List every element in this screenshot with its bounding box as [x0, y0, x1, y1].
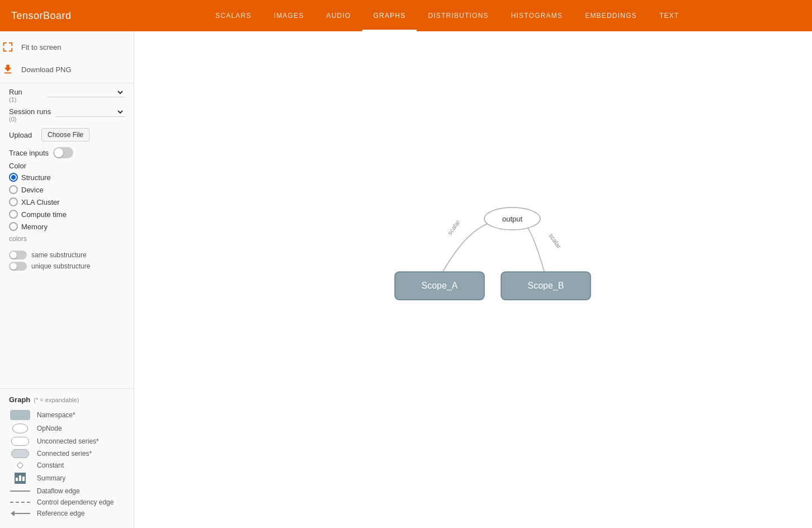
legend-item-unconnected: Unconnected series* [9, 435, 125, 447]
legend-item-dataflow: Dataflow edge [9, 485, 125, 497]
node-scope-b-label: Scope_B [528, 281, 564, 291]
same-substructure-toggle[interactable] [9, 251, 27, 260]
topnav: TensorBoard SCALARS IMAGES AUDIO GRAPHS … [0, 0, 812, 31]
run-row: Run (1) [0, 86, 134, 105]
legend-item-connected: Connected series* [9, 447, 125, 460]
legend-opnode-label: OpNode [37, 425, 62, 432]
nav-embeddings[interactable]: EMBEDDINGS [574, 0, 648, 31]
dataflow-icon [9, 491, 31, 492]
legend-connected-label: Connected series* [37, 450, 92, 458]
radio-xla-circle [9, 197, 18, 206]
nav-text[interactable]: TEXT [648, 0, 690, 31]
radio-xla-label: XLA Cluster [21, 198, 60, 206]
radio-device-label: Device [21, 186, 44, 194]
nav-scalars[interactable]: SCALARS [204, 0, 262, 31]
colors-text: colors [9, 235, 27, 243]
legend-item-reference: Reference edge [9, 508, 125, 519]
radio-structure-label: Structure [21, 173, 51, 182]
upload-label: Upload [9, 131, 37, 139]
upload-row: Upload Choose File [0, 125, 134, 145]
sidebar: Fit to screen Download PNG Run (1) [0, 31, 134, 528]
color-option-device[interactable]: Device [9, 183, 125, 196]
legend-constant-label: Constant [37, 461, 64, 469]
divider-1 [0, 83, 134, 83]
run-label-block: Run (1) [9, 88, 43, 103]
legend-expandable-note: (* = expandable) [34, 397, 79, 403]
main-layout: Fit to screen Download PNG Run (1) [0, 31, 812, 528]
node-scope-a-label: Scope_A [422, 281, 458, 291]
summary-icon [9, 473, 31, 484]
radio-compute-circle [9, 210, 18, 219]
colors-label-row: colors [0, 233, 134, 245]
brand: TensorBoard [11, 10, 72, 22]
radio-structure-circle [9, 173, 18, 182]
download-png-button[interactable]: Download PNG [0, 58, 134, 81]
reference-icon [9, 511, 31, 516]
legend-namespace-label: Namespace* [37, 411, 75, 419]
opnode-icon [9, 423, 31, 433]
substructure-section: same substructure unique substructure [0, 245, 134, 276]
color-radio-group: Structure Device XLA Cluster Compute tim… [0, 171, 134, 233]
fit-to-screen-icon [0, 39, 16, 55]
radio-compute-label: Compute time [21, 210, 67, 219]
color-label: Color [9, 162, 31, 170]
session-runs-row: Session runs (0) [0, 105, 134, 125]
graph-canvas[interactable]: scalar scalar output Scope_A Scope_B [134, 31, 812, 528]
legend-unconnected-label: Unconnected series* [37, 437, 99, 445]
constant-icon [9, 463, 31, 468]
legend-header: Graph (* = expandable) [9, 395, 125, 404]
legend-section: Graph (* = expandable) Namespace* OpNode [0, 388, 134, 524]
legend-item-constant: Constant [9, 460, 125, 471]
nav-histograms[interactable]: HISTOGRAMS [500, 0, 574, 31]
unique-substructure-label: unique substructure [31, 262, 90, 270]
fit-to-screen-label: Fit to screen [21, 43, 62, 51]
legend-reference-label: Reference edge [37, 510, 84, 517]
session-runs-label-block: Session runs (0) [9, 107, 51, 122]
legend-title: Graph [9, 395, 30, 404]
legend-item-summary: Summary [9, 471, 125, 485]
nav-images[interactable]: IMAGES [263, 0, 315, 31]
trace-inputs-label: Trace inputs [9, 149, 49, 157]
control-icon [9, 502, 31, 503]
color-option-memory[interactable]: Memory [9, 220, 125, 233]
trace-inputs-row: Trace inputs [0, 145, 134, 161]
session-runs-select[interactable] [55, 107, 125, 117]
run-label: Run [9, 88, 43, 96]
same-substructure-label: same substructure [31, 251, 87, 259]
session-runs-count: (0) [9, 116, 51, 122]
run-select[interactable] [47, 88, 125, 97]
legend-item-namespace: Namespace* [9, 408, 125, 422]
radio-memory-label: Memory [21, 223, 48, 231]
edge-label-scalar-b: scalar [547, 232, 563, 249]
run-count: (1) [9, 96, 43, 103]
connected-icon [9, 449, 31, 458]
nav-audio[interactable]: AUDIO [315, 0, 362, 31]
legend-item-control: Control dependency edge [9, 497, 125, 508]
trace-inputs-toggle[interactable] [53, 147, 73, 158]
legend-dataflow-label: Dataflow edge [37, 487, 80, 495]
nav-distributions[interactable]: DISTRIBUTIONS [417, 0, 499, 31]
color-option-xla[interactable]: XLA Cluster [9, 196, 125, 208]
legend-summary-label: Summary [37, 474, 65, 482]
unique-substructure-toggle[interactable] [9, 262, 27, 271]
graph-svg: scalar scalar output Scope_A Scope_B [134, 31, 812, 528]
nav-graphs[interactable]: GRAPHS [362, 0, 417, 31]
download-png-label: Download PNG [21, 65, 72, 74]
radio-device-circle [9, 185, 18, 194]
legend-control-label: Control dependency edge [37, 498, 114, 506]
color-option-compute[interactable]: Compute time [9, 208, 125, 220]
same-substructure-row: same substructure [9, 249, 125, 261]
color-option-structure[interactable]: Structure [9, 171, 125, 183]
fit-to-screen-button[interactable]: Fit to screen [0, 36, 134, 58]
edge-label-scalar-a: scalar [446, 219, 461, 236]
download-icon [0, 62, 16, 77]
namespace-icon [9, 410, 31, 420]
legend-item-opnode: OpNode [9, 422, 125, 435]
unique-substructure-row: unique substructure [9, 261, 125, 272]
unconnected-icon [9, 437, 31, 446]
session-runs-label: Session runs [9, 107, 51, 116]
radio-memory-circle [9, 222, 18, 231]
nav-links: SCALARS IMAGES AUDIO GRAPHS DISTRIBUTION… [94, 0, 801, 31]
choose-file-button[interactable]: Choose File [41, 128, 89, 142]
node-output-label: output [502, 215, 523, 223]
